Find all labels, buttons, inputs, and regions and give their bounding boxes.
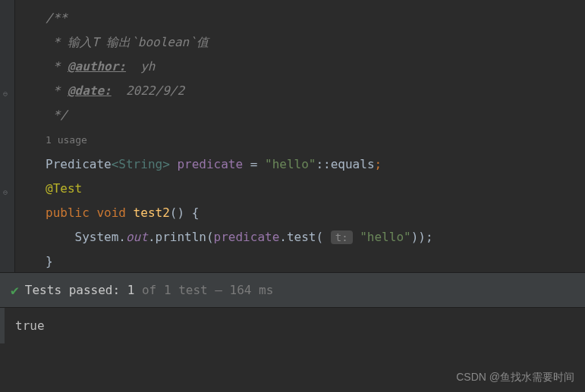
tests-detail: of 1 test – 164 ms — [134, 283, 273, 297]
test-call: .test( — [279, 230, 323, 244]
author-tag: @author: — [68, 59, 126, 74]
doc-open: /** — [46, 11, 68, 25]
assign: = — [243, 157, 265, 171]
method-parens: () — [170, 205, 192, 220]
string-hello: "hello" — [265, 157, 316, 171]
call-close: )); — [411, 230, 433, 244]
param-hint: t: — [331, 230, 353, 244]
test-annotation: @Test — [46, 181, 82, 196]
console-output[interactable]: true — [0, 308, 585, 343]
doc-close: */ — [46, 108, 68, 122]
arg-hello: "hello" — [360, 230, 410, 244]
generic-lt: < — [112, 157, 119, 171]
date-value: 2022/9/2 — [112, 83, 184, 98]
code-content[interactable]: /** * 输入T 输出`boolean`值 * @author: yh * @… — [15, 0, 585, 272]
system-class: System. — [75, 230, 126, 244]
generic-gt: > — [162, 157, 177, 171]
doc-text: 输入T 输出`boolean`值 — [68, 35, 209, 49]
brace-close: } — [46, 254, 53, 268]
indent — [46, 230, 75, 244]
doc-prefix: * — [46, 59, 68, 74]
println-call: .println( — [148, 230, 214, 244]
usage-hint[interactable]: 1 usage — [46, 134, 87, 146]
check-icon: ✔ — [11, 282, 19, 298]
type-predicate: Predicate — [46, 157, 112, 171]
predicate-ref: predicate — [214, 230, 280, 244]
method-test2: test2 — [134, 205, 170, 220]
console-line: true — [15, 318, 45, 333]
kw-void: void — [96, 205, 133, 220]
semicolon: ; — [375, 157, 382, 171]
generic-type: String — [118, 157, 162, 171]
doc-prefix: * — [46, 35, 68, 49]
brace-open: { — [192, 205, 200, 220]
tests-passed-label: Tests passed: 1 — [25, 283, 135, 297]
editor-gutter: ⊖ ⊖ — [0, 0, 15, 272]
fold-mark-icon[interactable]: ⊖ — [3, 188, 11, 196]
method-equals: equals — [331, 157, 375, 171]
author-value: yh — [126, 59, 156, 74]
code-editor[interactable]: ⊖ ⊖ /** * 输入T 输出`boolean`值 * @author: yh… — [0, 0, 585, 273]
test-status-bar: ✔ Tests passed: 1 of 1 test – 164 ms — [0, 273, 585, 308]
var-predicate: predicate — [177, 157, 243, 171]
out-field: out — [126, 230, 148, 244]
kw-public: public — [46, 205, 96, 220]
watermark: CSDN @鱼找水需要时间 — [456, 371, 574, 384]
date-tag: @date: — [68, 83, 112, 98]
doc-prefix: * — [46, 83, 68, 98]
method-ref-op: :: — [316, 157, 330, 171]
fold-mark-icon[interactable]: ⊖ — [3, 89, 11, 97]
